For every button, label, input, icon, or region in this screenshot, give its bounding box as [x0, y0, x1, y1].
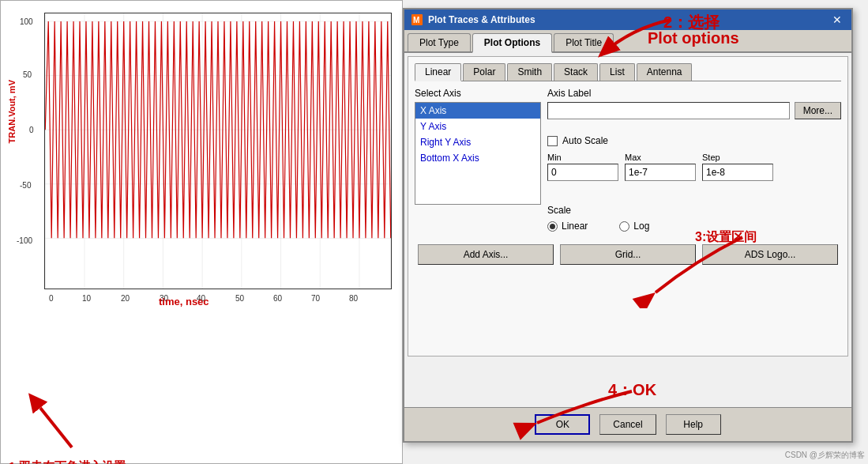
- auto-scale-row: Auto Scale: [547, 135, 841, 146]
- linear-radio-outer[interactable]: [547, 221, 558, 232]
- add-axis-button[interactable]: Add Axis...: [418, 244, 554, 265]
- svg-text:M: M: [413, 16, 419, 25]
- tab-plot-options[interactable]: Plot Options: [472, 33, 552, 53]
- y-axis-label: TRAN.Vout, mV: [7, 80, 17, 143]
- x-tick-0: 0: [49, 294, 54, 303]
- sub-tab-list[interactable]: List: [599, 63, 635, 81]
- max-col: Max: [625, 153, 696, 181]
- sub-tab-antenna[interactable]: Antenna: [637, 63, 693, 81]
- step-col: Step: [702, 153, 773, 181]
- x-axis-label: time, nsec: [159, 296, 209, 307]
- y-tick-0: 0: [29, 126, 34, 134]
- auto-scale-checkbox[interactable]: [547, 136, 558, 146]
- help-button[interactable]: Help: [666, 414, 721, 435]
- max-label: Max: [625, 153, 696, 162]
- step-label: Step: [702, 153, 773, 162]
- min-label: Min: [547, 153, 618, 162]
- log-radio-option[interactable]: Log: [619, 221, 649, 232]
- scale-section: Scale Linear Log: [547, 205, 841, 232]
- sub-tab-linear[interactable]: Linear: [415, 63, 461, 81]
- x-tick-10: 10: [82, 294, 91, 303]
- linear-radio-label: Linear: [562, 221, 588, 232]
- bottom-btn-row: Add Axis... Grid... ADS Logo...: [415, 244, 841, 265]
- scale-radio-row: Linear Log: [547, 221, 841, 232]
- ads-logo-button[interactable]: ADS Logo...: [702, 244, 838, 265]
- axis-label-input[interactable]: [547, 102, 790, 119]
- dialog-icon: M: [411, 13, 423, 26]
- min-input[interactable]: [547, 164, 618, 181]
- ok-cancel-row: OK Cancel Help: [404, 407, 851, 441]
- y-tick-50n: -50: [20, 181, 31, 190]
- main-tab-bar: Plot Type Plot Options Plot Title: [404, 30, 851, 53]
- axis-label-heading: Axis Label: [547, 88, 841, 99]
- select-axis-panel: Select Axis X Axis Y Axis Right Y Axis B…: [415, 88, 541, 232]
- min-max-row: Min Max Step: [547, 153, 841, 181]
- tab-plot-title[interactable]: Plot Title: [554, 33, 614, 51]
- content-row: Select Axis X Axis Y Axis Right Y Axis B…: [415, 88, 841, 232]
- waveform-svg: // Generated in the SVG via path: [45, 13, 391, 289]
- x-tick-20: 20: [121, 294, 130, 303]
- log-radio-outer[interactable]: [619, 221, 629, 232]
- axis-label-section: Axis Label More...: [547, 88, 841, 119]
- watermark: CSDN @彡辉荣的博客: [785, 450, 865, 461]
- dialog-inner-content: Linear Polar Smith Stack List Antenna Se…: [408, 56, 848, 356]
- y-tick-100n: -100: [17, 236, 32, 245]
- linear-radio-option[interactable]: Linear: [547, 221, 588, 232]
- right-panel: Axis Label More... Auto Scale Min: [547, 88, 841, 232]
- log-radio-label: Log: [633, 221, 649, 232]
- dialog-titlebar: M Plot Traces & Attributes ✕: [404, 9, 851, 30]
- select-axis-label: Select Axis: [415, 88, 541, 99]
- max-input[interactable]: [625, 164, 696, 181]
- dialog-close-button[interactable]: ✕: [829, 13, 845, 26]
- cancel-button[interactable]: Cancel: [599, 414, 656, 435]
- x-tick-70: 70: [311, 294, 320, 303]
- plot-area: ADS TRAN.Vout, mV 100 50 0 -50 -100 0 10…: [0, 0, 403, 464]
- arrow1-svg: [24, 392, 88, 455]
- dialog: M Plot Traces & Attributes ✕ Plot Type P…: [403, 8, 853, 443]
- axis-listbox[interactable]: X Axis Y Axis Right Y Axis Bottom X Axis: [415, 102, 541, 205]
- auto-scale-label: Auto Scale: [562, 135, 608, 146]
- plot-canvas: 100 50 0 -50 -100 0 10 20 30 40 50 60 70…: [44, 13, 392, 289]
- sub-tab-bar: Linear Polar Smith Stack List Antenna: [415, 63, 841, 81]
- axis-label-input-row: More...: [547, 102, 841, 119]
- axis-item-right-y[interactable]: Right Y Axis: [415, 134, 540, 150]
- step-input[interactable]: [702, 164, 773, 181]
- x-tick-60: 60: [273, 294, 282, 303]
- ok-button[interactable]: OK: [535, 414, 590, 435]
- sub-tab-stack[interactable]: Stack: [554, 63, 598, 81]
- y-tick-100: 100: [20, 17, 33, 26]
- axis-item-x[interactable]: X Axis: [415, 103, 540, 119]
- step1-text: 1:双击左下角进入设置: [9, 459, 126, 464]
- x-tick-50: 50: [235, 294, 244, 303]
- sub-tab-smith[interactable]: Smith: [507, 63, 552, 81]
- axis-item-bottom-x[interactable]: Bottom X Axis: [415, 150, 540, 166]
- dialog-title: M Plot Traces & Attributes: [411, 13, 535, 26]
- linear-radio-inner: [550, 224, 555, 229]
- axis-item-y[interactable]: Y Axis: [415, 119, 540, 134]
- sub-tab-polar[interactable]: Polar: [463, 63, 505, 81]
- more-button[interactable]: More...: [795, 102, 841, 119]
- x-tick-80: 80: [349, 294, 358, 303]
- y-tick-50: 50: [23, 70, 32, 79]
- tab-plot-type[interactable]: Plot Type: [408, 33, 471, 51]
- scale-label: Scale: [547, 205, 841, 216]
- grid-button[interactable]: Grid...: [560, 244, 696, 265]
- min-col: Min: [547, 153, 618, 181]
